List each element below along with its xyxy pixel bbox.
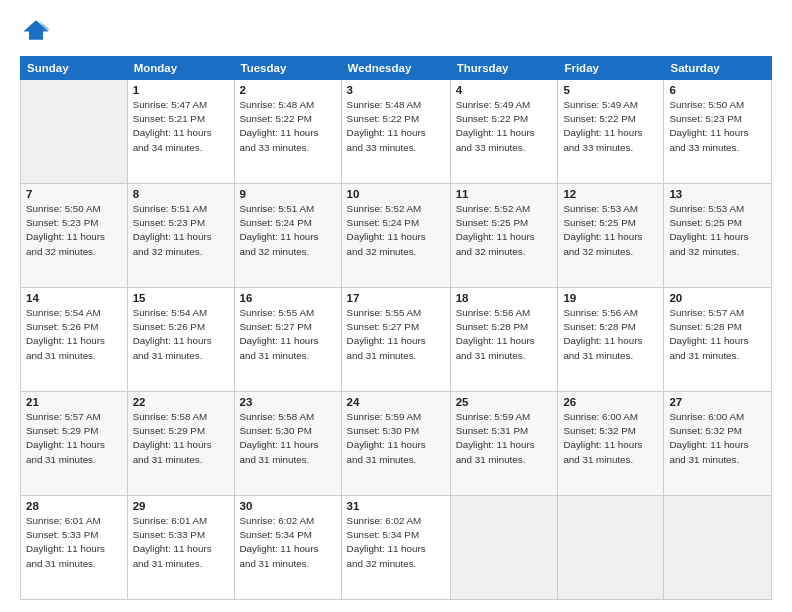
weekday-header-monday: Monday [127,57,234,80]
calendar-week-4: 21Sunrise: 5:57 AM Sunset: 5:29 PM Dayli… [21,392,772,496]
day-number: 15 [133,292,229,304]
day-info: Sunrise: 5:59 AM Sunset: 5:31 PM Dayligh… [456,410,553,467]
day-info: Sunrise: 5:50 AM Sunset: 5:23 PM Dayligh… [26,202,122,259]
weekday-header-row: SundayMondayTuesdayWednesdayThursdayFrid… [21,57,772,80]
day-info: Sunrise: 5:58 AM Sunset: 5:30 PM Dayligh… [240,410,336,467]
day-number: 23 [240,396,336,408]
weekday-header-friday: Friday [558,57,664,80]
calendar-cell: 26Sunrise: 6:00 AM Sunset: 5:32 PM Dayli… [558,392,664,496]
day-info: Sunrise: 5:49 AM Sunset: 5:22 PM Dayligh… [563,98,658,155]
calendar-cell: 15Sunrise: 5:54 AM Sunset: 5:26 PM Dayli… [127,288,234,392]
day-info: Sunrise: 5:52 AM Sunset: 5:25 PM Dayligh… [456,202,553,259]
weekday-header-saturday: Saturday [664,57,772,80]
calendar-cell: 28Sunrise: 6:01 AM Sunset: 5:33 PM Dayli… [21,496,128,600]
calendar-cell: 17Sunrise: 5:55 AM Sunset: 5:27 PM Dayli… [341,288,450,392]
day-info: Sunrise: 5:59 AM Sunset: 5:30 PM Dayligh… [347,410,445,467]
calendar-cell: 19Sunrise: 5:56 AM Sunset: 5:28 PM Dayli… [558,288,664,392]
day-number: 22 [133,396,229,408]
day-number: 21 [26,396,122,408]
calendar-cell: 10Sunrise: 5:52 AM Sunset: 5:24 PM Dayli… [341,184,450,288]
day-info: Sunrise: 5:51 AM Sunset: 5:23 PM Dayligh… [133,202,229,259]
day-number: 26 [563,396,658,408]
day-info: Sunrise: 5:47 AM Sunset: 5:21 PM Dayligh… [133,98,229,155]
day-number: 19 [563,292,658,304]
day-number: 27 [669,396,766,408]
calendar-cell: 29Sunrise: 6:01 AM Sunset: 5:33 PM Dayli… [127,496,234,600]
calendar-cell [450,496,558,600]
calendar-cell: 8Sunrise: 5:51 AM Sunset: 5:23 PM Daylig… [127,184,234,288]
calendar-cell: 12Sunrise: 5:53 AM Sunset: 5:25 PM Dayli… [558,184,664,288]
calendar-cell: 25Sunrise: 5:59 AM Sunset: 5:31 PM Dayli… [450,392,558,496]
day-info: Sunrise: 5:56 AM Sunset: 5:28 PM Dayligh… [563,306,658,363]
weekday-header-wednesday: Wednesday [341,57,450,80]
day-info: Sunrise: 5:55 AM Sunset: 5:27 PM Dayligh… [240,306,336,363]
calendar-cell: 31Sunrise: 6:02 AM Sunset: 5:34 PM Dayli… [341,496,450,600]
calendar-cell: 6Sunrise: 5:50 AM Sunset: 5:23 PM Daylig… [664,80,772,184]
day-number: 24 [347,396,445,408]
weekday-header-thursday: Thursday [450,57,558,80]
day-number: 2 [240,84,336,96]
day-info: Sunrise: 6:01 AM Sunset: 5:33 PM Dayligh… [133,514,229,571]
day-info: Sunrise: 5:57 AM Sunset: 5:28 PM Dayligh… [669,306,766,363]
calendar-week-3: 14Sunrise: 5:54 AM Sunset: 5:26 PM Dayli… [21,288,772,392]
calendar-cell: 1Sunrise: 5:47 AM Sunset: 5:21 PM Daylig… [127,80,234,184]
day-number: 1 [133,84,229,96]
calendar-cell: 21Sunrise: 5:57 AM Sunset: 5:29 PM Dayli… [21,392,128,496]
calendar-cell: 30Sunrise: 6:02 AM Sunset: 5:34 PM Dayli… [234,496,341,600]
calendar-week-2: 7Sunrise: 5:50 AM Sunset: 5:23 PM Daylig… [21,184,772,288]
day-number: 16 [240,292,336,304]
day-number: 4 [456,84,553,96]
day-info: Sunrise: 5:58 AM Sunset: 5:29 PM Dayligh… [133,410,229,467]
calendar-cell [558,496,664,600]
calendar-cell: 5Sunrise: 5:49 AM Sunset: 5:22 PM Daylig… [558,80,664,184]
day-number: 11 [456,188,553,200]
day-info: Sunrise: 5:51 AM Sunset: 5:24 PM Dayligh… [240,202,336,259]
day-number: 17 [347,292,445,304]
day-info: Sunrise: 5:55 AM Sunset: 5:27 PM Dayligh… [347,306,445,363]
calendar-week-5: 28Sunrise: 6:01 AM Sunset: 5:33 PM Dayli… [21,496,772,600]
day-info: Sunrise: 6:02 AM Sunset: 5:34 PM Dayligh… [347,514,445,571]
calendar-cell: 20Sunrise: 5:57 AM Sunset: 5:28 PM Dayli… [664,288,772,392]
calendar-week-1: 1Sunrise: 5:47 AM Sunset: 5:21 PM Daylig… [21,80,772,184]
logo-icon [22,16,50,44]
calendar-cell [21,80,128,184]
day-number: 8 [133,188,229,200]
day-number: 6 [669,84,766,96]
day-number: 20 [669,292,766,304]
day-number: 5 [563,84,658,96]
calendar-cell: 13Sunrise: 5:53 AM Sunset: 5:25 PM Dayli… [664,184,772,288]
calendar-cell: 7Sunrise: 5:50 AM Sunset: 5:23 PM Daylig… [21,184,128,288]
day-number: 25 [456,396,553,408]
day-info: Sunrise: 6:01 AM Sunset: 5:33 PM Dayligh… [26,514,122,571]
day-info: Sunrise: 5:57 AM Sunset: 5:29 PM Dayligh… [26,410,122,467]
day-info: Sunrise: 5:53 AM Sunset: 5:25 PM Dayligh… [669,202,766,259]
calendar-cell: 4Sunrise: 5:49 AM Sunset: 5:22 PM Daylig… [450,80,558,184]
day-info: Sunrise: 5:56 AM Sunset: 5:28 PM Dayligh… [456,306,553,363]
calendar-cell: 9Sunrise: 5:51 AM Sunset: 5:24 PM Daylig… [234,184,341,288]
day-info: Sunrise: 5:54 AM Sunset: 5:26 PM Dayligh… [133,306,229,363]
calendar-cell: 23Sunrise: 5:58 AM Sunset: 5:30 PM Dayli… [234,392,341,496]
day-number: 7 [26,188,122,200]
calendar-cell: 2Sunrise: 5:48 AM Sunset: 5:22 PM Daylig… [234,80,341,184]
day-number: 18 [456,292,553,304]
weekday-header-tuesday: Tuesday [234,57,341,80]
calendar-cell: 16Sunrise: 5:55 AM Sunset: 5:27 PM Dayli… [234,288,341,392]
day-number: 13 [669,188,766,200]
calendar-cell: 22Sunrise: 5:58 AM Sunset: 5:29 PM Dayli… [127,392,234,496]
day-number: 14 [26,292,122,304]
day-info: Sunrise: 5:48 AM Sunset: 5:22 PM Dayligh… [347,98,445,155]
weekday-header-sunday: Sunday [21,57,128,80]
page: SundayMondayTuesdayWednesdayThursdayFrid… [0,0,792,612]
day-number: 28 [26,500,122,512]
day-info: Sunrise: 5:54 AM Sunset: 5:26 PM Dayligh… [26,306,122,363]
day-number: 10 [347,188,445,200]
calendar-cell: 27Sunrise: 6:00 AM Sunset: 5:32 PM Dayli… [664,392,772,496]
day-number: 31 [347,500,445,512]
day-number: 12 [563,188,658,200]
calendar-cell: 11Sunrise: 5:52 AM Sunset: 5:25 PM Dayli… [450,184,558,288]
svg-marker-0 [23,20,48,40]
header [20,16,772,48]
day-number: 29 [133,500,229,512]
calendar-cell: 24Sunrise: 5:59 AM Sunset: 5:30 PM Dayli… [341,392,450,496]
logo [20,16,50,48]
